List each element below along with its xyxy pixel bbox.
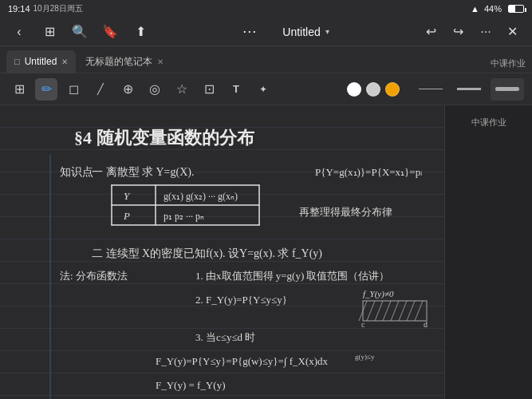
bookmark-icon[interactable]: 🔖 bbox=[100, 22, 120, 41]
right-sidebar: 中课作业 bbox=[444, 105, 532, 399]
tool-pencil[interactable]: ╱ bbox=[89, 78, 112, 101]
svg-line-23 bbox=[375, 301, 383, 321]
svg-text:p₁    p₂  ···  pₙ: p₁ p₂ ··· pₙ bbox=[164, 211, 204, 222]
svg-text:f_Y(y)≠0: f_Y(y)≠0 bbox=[363, 289, 394, 299]
homework-tab[interactable]: 中课作业 bbox=[491, 57, 526, 73]
svg-text:再整理得最终分布律: 再整理得最终分布律 bbox=[299, 206, 392, 218]
svg-text:§4 随机变量函数的分布: §4 随机变量函数的分布 bbox=[74, 128, 255, 148]
svg-text:d: d bbox=[424, 320, 428, 329]
tool-lasso[interactable]: ◎ bbox=[144, 78, 166, 101]
svg-line-22 bbox=[367, 301, 375, 321]
status-left: 19:14 10月28日周五 bbox=[8, 3, 83, 14]
back-icon[interactable]: ‹ bbox=[10, 22, 29, 41]
tool-image[interactable]: ⊡ bbox=[198, 78, 220, 101]
battery-percent: 44% bbox=[484, 4, 502, 14]
time-display: 19:14 bbox=[8, 4, 30, 14]
line-medium-button[interactable] bbox=[452, 78, 486, 101]
svg-text:Y: Y bbox=[124, 190, 131, 202]
sidebar-label: 中课作业 bbox=[471, 117, 506, 128]
tab-label-notebook: 无标题的笔记本 bbox=[85, 55, 152, 69]
tool-star[interactable]: ☆ bbox=[171, 78, 193, 101]
tabs-bar: □ Untitled ✕ 无标题的笔记本 ✕ 中课作业 bbox=[0, 46, 532, 73]
canvas-area: .hw { fill: none; stroke: #e8e8e8; strok… bbox=[0, 105, 532, 399]
close-button[interactable]: ✕ bbox=[503, 22, 522, 41]
svg-text:知识点: 知识点 bbox=[60, 166, 93, 178]
svg-text:1. 由x取值范围得 y=g(y) 取值范围（估讲）: 1. 由x取值范围得 y=g(y) 取值范围（估讲） bbox=[195, 270, 390, 282]
date-display: 10月28日周五 bbox=[33, 3, 83, 14]
color-orange[interactable] bbox=[385, 82, 400, 97]
search-icon[interactable]: 🔍 bbox=[70, 22, 89, 41]
tool-shapes[interactable]: ⊕ bbox=[116, 78, 139, 101]
tool-text[interactable]: T bbox=[225, 78, 247, 101]
line-thin-button[interactable] bbox=[414, 78, 447, 101]
pen-toolbar: ⊞ ✏ ◻ ╱ ⊕ ◎ ☆ ⊡ T ✦ bbox=[0, 73, 532, 105]
svg-line-24 bbox=[383, 301, 391, 321]
tab-close-untitled[interactable]: ✕ bbox=[61, 57, 68, 66]
more-options-icon[interactable]: ··· bbox=[476, 22, 495, 41]
svg-text:一  离散型    求 Y=g(X).: 一 离散型 求 Y=g(X). bbox=[92, 166, 194, 179]
wifi-icon: ▲ bbox=[471, 4, 479, 14]
tab-notebook[interactable]: 无标题的笔记本 ✕ bbox=[77, 50, 171, 73]
tabs-section: □ Untitled ✕ 无标题的笔记本 ✕ bbox=[6, 50, 249, 73]
share-icon[interactable]: ⬆ bbox=[131, 22, 150, 41]
tool-pen[interactable]: ✏ bbox=[35, 78, 57, 101]
tool-link[interactable]: ✦ bbox=[252, 78, 274, 101]
tab-label-untitled: Untitled bbox=[25, 56, 57, 67]
svg-line-27 bbox=[407, 301, 415, 321]
svg-text:3. 当c≤y≤d 时: 3. 当c≤y≤d 时 bbox=[195, 331, 255, 343]
line-thick-button[interactable] bbox=[491, 78, 524, 101]
color-lightgray[interactable] bbox=[366, 82, 380, 97]
svg-text:2. F_Y(y)=P{Y≤y≤y}: 2. F_Y(y)=P{Y≤y≤y} bbox=[195, 294, 287, 306]
toolbar-right: ↩ ↪ ··· ✕ bbox=[422, 22, 522, 41]
status-right: ▲ 44% bbox=[471, 4, 524, 14]
toolbar-top: ‹ ⊞ 🔍 🔖 ⬆ ··· Untitled ▾ ↩ ↪ ··· ✕ bbox=[0, 18, 532, 46]
svg-text:c: c bbox=[361, 320, 365, 329]
svg-line-26 bbox=[399, 301, 407, 321]
note-title-header[interactable]: Untitled bbox=[282, 26, 320, 38]
dots-menu[interactable]: ··· bbox=[242, 23, 257, 40]
svg-text:F_Y(y)=P{Y≤y}=P{g(w)≤y}=∫ f_X(: F_Y(y)=P{Y≤y}=P{g(w)≤y}=∫ f_X(x)dx bbox=[156, 355, 329, 368]
battery-icon bbox=[508, 5, 524, 13]
toolbar-left: ‹ ⊞ 🔍 🔖 ⬆ bbox=[10, 22, 150, 41]
undo-button[interactable]: ↩ bbox=[422, 22, 441, 41]
toolbar-center: ··· Untitled ▾ bbox=[242, 23, 329, 40]
svg-text:g(y)≤y: g(y)≤y bbox=[355, 353, 375, 361]
svg-line-25 bbox=[391, 301, 399, 321]
grid-view-icon[interactable]: ⊞ bbox=[40, 22, 59, 41]
svg-text:二  连续型     X的密度已知f(x). 设Y=g(x): 二 连续型 X的密度已知f(x). 设Y=g(x). 求 f_Y(y) bbox=[92, 247, 322, 260]
tab-close-notebook[interactable]: ✕ bbox=[157, 57, 164, 66]
status-bar: 19:14 10月28日周五 ▲ 44% bbox=[0, 0, 532, 18]
tab-page-icon: □ bbox=[14, 57, 20, 66]
tool-eraser[interactable]: ◻ bbox=[62, 78, 85, 101]
redo-button[interactable]: ↪ bbox=[449, 22, 468, 41]
svg-text:g(x₁)  g(x₂) ··· g(xₙ): g(x₁) g(x₂) ··· g(xₙ) bbox=[164, 191, 238, 202]
tool-grid[interactable]: ⊞ bbox=[8, 78, 30, 101]
title-dropdown-icon[interactable]: ▾ bbox=[325, 27, 329, 36]
svg-text:F_Y(y) = f_Y(y): F_Y(y) = f_Y(y) bbox=[156, 379, 225, 391]
svg-text:法:  分布函数法: 法: 分布函数法 bbox=[60, 270, 128, 282]
svg-line-28 bbox=[415, 301, 423, 321]
svg-text:P: P bbox=[123, 210, 130, 222]
svg-text:P{Y=g(x₁)}=P{X=x₁}=pᵢ: P{Y=g(x₁)}=P{X=x₁}=pᵢ bbox=[315, 166, 422, 178]
tab-untitled[interactable]: □ Untitled ✕ bbox=[6, 50, 76, 73]
color-white[interactable] bbox=[347, 82, 361, 97]
